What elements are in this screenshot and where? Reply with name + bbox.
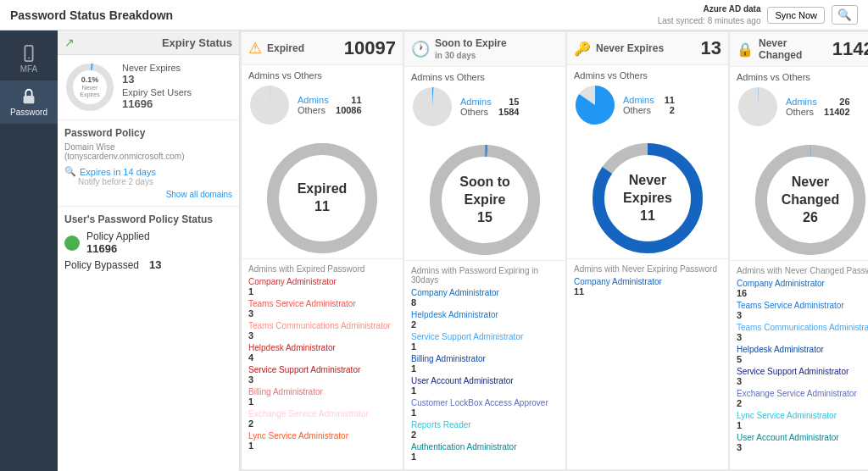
svg-rect-2: [24, 96, 35, 103]
sidebar-item-password[interactable]: Password: [0, 80, 58, 124]
donut-section: 0.1% Never Expires Never Expires 13 Expi…: [58, 55, 239, 119]
azure-info: Azure AD data Last synced: 8 minutes ago: [658, 3, 761, 27]
card-never-expires: 🔑 Never Expires 13 Admins vs Others Admi…: [567, 32, 728, 469]
list-item: Helpdesk Administrator 5: [737, 345, 868, 364]
mini-donut-container: 0.1% Never Expires: [64, 62, 115, 113]
pie-chart-never-changed: [737, 86, 779, 128]
policy-title: Password Policy: [64, 127, 232, 139]
bypassed-label: Policy Bypassed: [64, 259, 139, 271]
green-circle: [64, 236, 80, 251]
sidebar: MFA Password: [0, 30, 58, 471]
list-item: Exchange Service Administrator 2: [737, 389, 868, 408]
donut-section-never-expires: Never Expires 11: [567, 138, 728, 258]
users-policy-title: User's Password Policy Status: [64, 213, 232, 225]
clock-icon: 🕐: [411, 40, 430, 58]
expiry-set-label: Expiry Set Users: [122, 87, 192, 97]
list-item: Service Support Administrator 1: [411, 332, 559, 352]
list-item: Helpdesk Administrator 2: [411, 310, 559, 330]
list-item: Service Support Administrator 3: [737, 367, 868, 386]
list-item: Teams Service Administrator 3: [248, 299, 396, 319]
admins-section-soon-to-expire: Admins vs Others Admins 15 Others 1584: [404, 67, 565, 140]
expiry-stats: Never Expires 13 Expiry Set Users 11696: [122, 63, 192, 112]
policy-section: Password Policy Domain Wise (tonyscarden…: [58, 119, 239, 206]
list-item: Company Administrator 1: [248, 277, 396, 296]
top-bar: Password Status Breakdown Azure AD data …: [0, 0, 868, 30]
card-header-soon-to-expire: 🕐 Soon to Expirein 30 days: [404, 32, 565, 67]
expires-label: Expires in 14 days: [80, 167, 156, 177]
list-item: Billing Administrator 1: [411, 354, 559, 374]
list-item: Billing Administrator 1: [248, 387, 396, 407]
card-header-never-changed: 🔒 Never Changed 11428: [730, 32, 868, 67]
donut-section-expired: Expired 11: [242, 138, 403, 258]
card-header-never-expires: 🔑 Never Expires 13: [567, 32, 728, 65]
list-item: Company Administrator 16: [737, 279, 868, 298]
list-item: Teams Service Administrator 3: [737, 301, 868, 320]
card-expired: ⚠ Expired 10097 Admins vs Others Admins …: [242, 32, 403, 469]
mobile-icon: [19, 44, 38, 63]
page-title: Password Status Breakdown: [10, 8, 173, 22]
admin-list-never-expires: Admins with Never Expiring Password Comp…: [567, 258, 728, 304]
never-expires-label: Never Expires: [122, 63, 181, 73]
sidebar-password-label: Password: [10, 108, 47, 117]
policy-applied-row: Policy Applied 11696: [64, 230, 232, 255]
donut-section-never-changed: Never Changed 26: [730, 140, 868, 260]
admins-section-expired: Admins vs Others Admins 11 Others 10086: [242, 65, 403, 138]
list-item: Reports Reader 2: [411, 420, 559, 440]
card-header-expired: ⚠ Expired 10097: [242, 32, 403, 65]
sidebar-item-mfa[interactable]: MFA: [0, 37, 58, 80]
main-layout: MFA Password ↗ Expiry Status: [0, 30, 868, 471]
expiry-header-title: Expiry Status: [162, 36, 232, 49]
azure-sub: Last synced: 8 minutes ago: [658, 15, 761, 27]
list-item: Company Administrator 8: [411, 288, 559, 308]
card-never-changed: 🔒 Never Changed 11428 Admins vs Others A…: [730, 32, 868, 469]
admins-section-never-changed: Admins vs Others Admins 26 Others 11402: [730, 67, 868, 140]
list-item: Exchange Service Administrator 2: [248, 409, 396, 429]
card-count-expired: 10097: [344, 37, 396, 59]
admins-section-never-expires: Admins vs Others Admins 11 Others 2: [567, 65, 728, 138]
list-item: Service Support Administrator 3: [248, 365, 396, 385]
never-expires-count: 13: [122, 73, 134, 86]
svg-point-1: [28, 58, 30, 59]
bypassed-count: 13: [149, 258, 161, 271]
search-button[interactable]: 🔍: [832, 5, 858, 25]
list-item: Customer LockBox Access Approver 1: [411, 398, 559, 418]
admin-list-soon-to-expire: Admins with Password Expiring in 30days …: [404, 260, 565, 469]
cards-container: ⚠ Expired 10097 Admins vs Others Admins …: [240, 30, 868, 471]
users-policy-section: User's Password Policy Status Policy App…: [58, 206, 239, 281]
policy-notify: Notify before 2 days: [78, 177, 232, 186]
panel-and-cards: ↗ Expiry Status 0.1% Never Expires: [58, 30, 868, 471]
admin-list-never-changed: Admins with Never Changed Password Compa…: [730, 260, 868, 460]
expiry-panel: ↗ Expiry Status 0.1% Never Expires: [58, 30, 240, 471]
show-domains-link[interactable]: Show all domains: [64, 190, 232, 199]
policy-applied-count: 11696: [86, 242, 150, 255]
policy-domain: Domain Wise (tonyscardenv.onmicrosoft.co…: [64, 142, 232, 161]
admin-list-expired: Admins with Expired Password Company Adm…: [242, 258, 403, 458]
list-item: Teams Communications Administrator 3: [248, 321, 396, 341]
mini-donut-label: 0.1% Never Expires: [77, 75, 103, 99]
lock-sidebar-icon: [19, 87, 38, 106]
expiry-header: ↗ Expiry Status: [58, 30, 239, 55]
policy-applied-info: Policy Applied 11696: [86, 230, 150, 255]
policy-applied-label: Policy Applied: [86, 230, 150, 242]
policy-expires: 🔍 Expires in 14 days: [64, 166, 232, 177]
pie-chart-soon-to-expire: [411, 86, 453, 128]
list-item: User Account Administrator 1: [411, 376, 559, 396]
arrow-up-icon: ↗: [64, 36, 75, 49]
lock-icon: 🔒: [737, 42, 754, 58]
expiry-set-count: 11696: [122, 97, 153, 110]
list-item: Authentication Administrator 1: [411, 442, 559, 462]
top-bar-right: Azure AD data Last synced: 8 minutes ago…: [658, 3, 858, 27]
sync-button[interactable]: Sync Now: [767, 7, 825, 24]
list-item: Teams Communications Administrator 3: [737, 323, 868, 342]
donut-section-soon-to-expire: Soon to Expire 15: [404, 140, 565, 260]
card-count-never-expires: 13: [701, 37, 721, 59]
list-item: User Account Administrator 3: [737, 433, 868, 452]
azure-title: Azure AD data: [658, 3, 761, 15]
warning-icon: ⚠: [248, 39, 262, 58]
list-item: Lync Service Administrator 1: [248, 431, 396, 451]
pie-chart-expired: [248, 84, 291, 126]
list-item: Company Administrator 11: [574, 277, 721, 296]
list-item: Helpdesk Administrator 4: [248, 343, 396, 363]
card-soon-to-expire: 🕐 Soon to Expirein 30 days Admins vs Oth…: [404, 32, 565, 469]
policy-bypassed-row: Policy Bypassed 13: [64, 258, 232, 271]
